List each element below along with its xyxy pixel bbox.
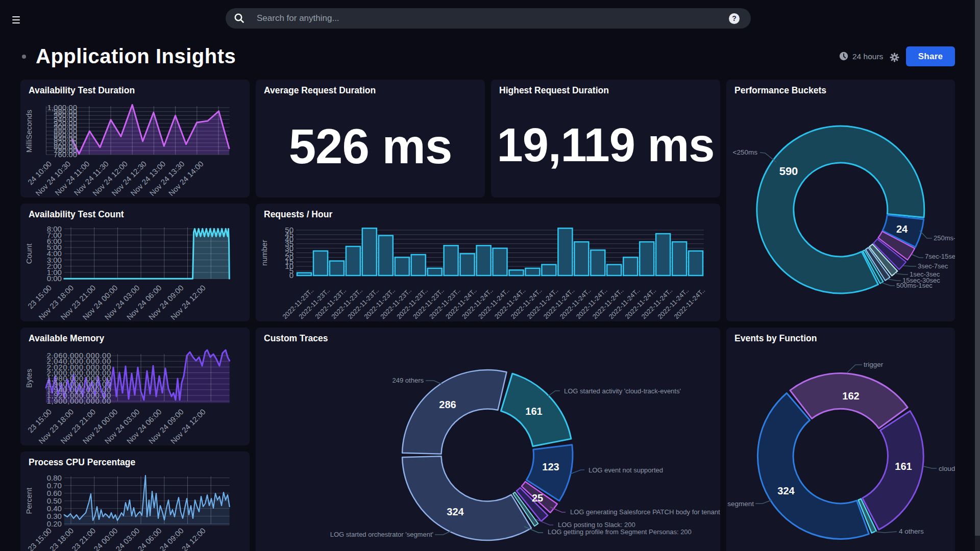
svg-text:500ms-1sec: 500ms-1sec (896, 282, 933, 289)
svg-text:162: 162 (842, 390, 859, 402)
svg-text:LOG event not supported: LOG event not supported (589, 466, 663, 474)
svg-text:Bytes: Bytes (24, 369, 33, 388)
svg-text:7sec-15sec: 7sec-15sec (925, 253, 955, 260)
svg-text:segment: segment (727, 500, 754, 508)
svg-text:LOG posting to Slack: 200: LOG posting to Slack: 200 (558, 521, 635, 529)
svg-text:Count: Count (24, 243, 33, 264)
svg-text:0.20: 0.20 (47, 519, 62, 528)
svg-text:<250ms: <250ms (733, 148, 758, 156)
svg-text:324: 324 (777, 485, 795, 496)
svg-text:LOG getting profile from Segme: LOG getting profile from Segment Persona… (548, 528, 692, 536)
svg-text:LOG started orchestrator 'segm: LOG started orchestrator 'segment' (330, 531, 433, 538)
svg-text:590: 590 (779, 165, 798, 178)
svg-text:LOG started activity 'cloud-tr: LOG started activity 'cloud-track-events… (564, 387, 681, 395)
svg-text:24: 24 (896, 223, 908, 235)
svg-text:MilliSeconds: MilliSeconds (24, 110, 33, 153)
svg-text:324: 324 (447, 506, 464, 517)
svg-text:trigger: trigger (864, 361, 884, 368)
svg-text:249 others: 249 others (393, 377, 424, 384)
svg-text:number: number (260, 240, 268, 266)
svg-text:286: 286 (439, 399, 456, 410)
svg-text:LOG generating Salesforce PATC: LOG generating Salesforce PATCH body for… (570, 508, 720, 516)
svg-text:161: 161 (895, 461, 912, 472)
svg-text:0: 0 (289, 271, 293, 280)
svg-text:161: 161 (525, 406, 542, 417)
svg-text:760.00: 760.00 (54, 150, 77, 159)
svg-text:250ms-500ms: 250ms-500ms (934, 234, 955, 242)
svg-text:Percent: Percent (24, 487, 33, 514)
svg-text:123: 123 (542, 461, 559, 472)
svg-text:1,900,000,000.00: 1,900,000,000.00 (47, 396, 111, 405)
svg-text:0:00: 0:00 (47, 274, 62, 283)
svg-text:4 others: 4 others (899, 528, 924, 535)
svg-text:25: 25 (532, 492, 543, 504)
svg-text:3sec-7sec: 3sec-7sec (918, 262, 948, 270)
svg-text:cloud-track-events: cloud-track-events (939, 465, 955, 472)
